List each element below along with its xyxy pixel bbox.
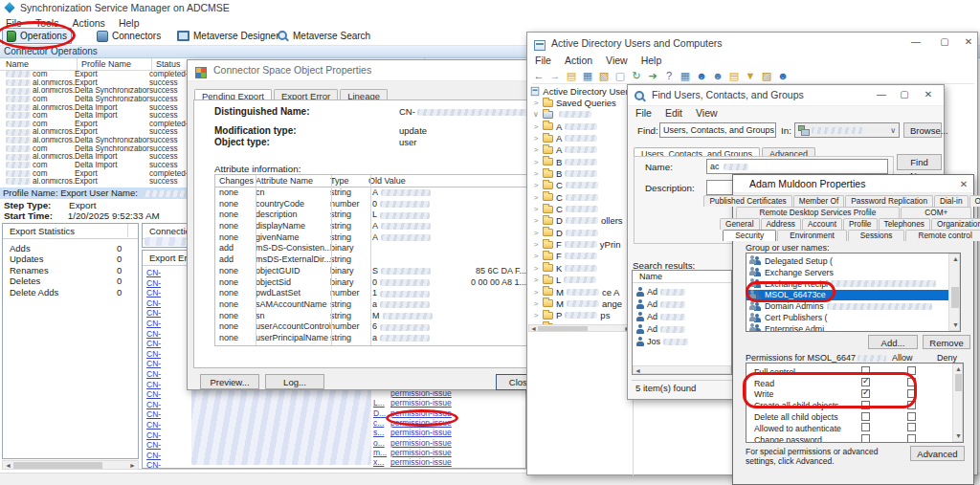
expander-icon[interactable]: >: [532, 99, 540, 107]
tab[interactable]: General: [720, 218, 760, 230]
tree-h-scrollbar[interactable]: ◄ ►: [528, 324, 633, 332]
deny-checkbox[interactable]: [907, 389, 916, 398]
browse-button[interactable]: Browse...: [903, 122, 942, 138]
expander-icon[interactable]: >: [532, 169, 540, 178]
tree-item[interactable]: > A: [528, 121, 633, 132]
tree-item[interactable]: > Saved Queries: [528, 97, 633, 108]
expander-icon[interactable]: >: [532, 158, 540, 166]
maximize-button[interactable]: ▢: [894, 85, 915, 104]
permission-issue-link[interactable]: permission-issue: [390, 448, 452, 457]
result-row[interactable]: Ad: [633, 323, 731, 336]
allow-checkbox[interactable]: [861, 366, 870, 375]
tree-item[interactable]: > B: [528, 156, 633, 167]
error-object-link[interactable]: D...: [373, 408, 387, 418]
name-input[interactable]: ac: [706, 159, 888, 174]
toolbar-icon[interactable]: →: [548, 70, 562, 81]
result-row[interactable]: Ad: [633, 298, 731, 311]
expander-icon[interactable]: >: [532, 122, 540, 131]
deny-checkbox[interactable]: [907, 366, 916, 375]
close-button[interactable]: ✕: [954, 175, 973, 193]
allow-checkbox[interactable]: [861, 434, 870, 443]
result-row[interactable]: Ad: [633, 311, 731, 323]
allow-checkbox[interactable]: [861, 412, 870, 421]
expander-icon[interactable]: >: [532, 240, 540, 249]
tab[interactable]: Dial-in: [934, 195, 969, 207]
group-list-item[interactable]: Domain Admins: [746, 300, 949, 312]
error-object-link[interactable]: L...: [373, 398, 387, 408]
toolbar-icon[interactable]: ▢: [613, 70, 627, 82]
groups-v-scrollbar[interactable]: ▲ ▼: [948, 254, 960, 331]
result-row[interactable]: Ad: [633, 286, 731, 298]
tree-root-item[interactable]: Active Directory Users and: [528, 85, 633, 97]
tree-item[interactable]: > P ps: [528, 310, 633, 321]
tab[interactable]: Sessions: [848, 230, 905, 241]
minimize-button[interactable]: —: [871, 85, 892, 104]
tab[interactable]: Account: [802, 218, 842, 230]
expander-icon[interactable]: >: [532, 229, 540, 237]
toolbar-icon[interactable]: ←: [532, 70, 546, 81]
tab[interactable]: Telephones: [879, 218, 930, 230]
permissions-v-scrollbar[interactable]: ▲ ▼: [952, 364, 963, 442]
expander-icon[interactable]: >: [532, 216, 540, 225]
expander-icon[interactable]: >: [532, 299, 540, 308]
operations-button[interactable]: Operations: [2, 28, 72, 44]
tree-item[interactable]: > A: [528, 132, 633, 143]
aduc-titlebar[interactable]: Active Directory Users and Computers — ▢…: [527, 33, 977, 54]
group-list-item[interactable]: Enterprise Admi: [746, 323, 949, 332]
expander-icon[interactable]: >: [532, 288, 540, 297]
tree-item[interactable]: > A: [528, 144, 633, 156]
toolbar-icon[interactable]: ?: [662, 70, 676, 81]
minimize-button[interactable]: —: [903, 33, 928, 52]
column-header-profile[interactable]: Profile Name: [81, 59, 131, 69]
stats-h-scrollbar[interactable]: ◄ ►: [2, 460, 139, 470]
deny-checkbox[interactable]: [907, 423, 916, 431]
toolbar-icon[interactable]: ↻: [630, 70, 643, 82]
find-now-button[interactable]: Find Now: [897, 154, 942, 170]
deny-checkbox[interactable]: [907, 434, 916, 443]
remove-button[interactable]: Remove: [923, 335, 970, 349]
tree-item[interactable]: > F yPrin: [528, 238, 633, 250]
expander-icon[interactable]: >: [532, 276, 540, 284]
menu-item[interactable]: Edit: [659, 106, 690, 121]
toolbar-icon[interactable]: ▦: [679, 70, 692, 82]
tab[interactable]: Address: [761, 218, 801, 230]
preview-button[interactable]: Preview...: [200, 374, 259, 389]
menu-item[interactable]: File: [630, 106, 659, 121]
results-h-scrollbar[interactable]: ◄: [633, 365, 731, 374]
permission-issue-link[interactable]: permission-issue: [390, 457, 452, 467]
menu-item[interactable]: Help: [635, 54, 670, 68]
expander-icon[interactable]: ∨: [532, 110, 540, 119]
tab[interactable]: Environment: [777, 230, 847, 241]
deny-checkbox[interactable]: [907, 378, 916, 386]
group-list-item[interactable]: Exchange Recipi: [746, 278, 949, 290]
menu-item[interactable]: Action: [559, 54, 600, 68]
permission-issue-link[interactable]: permission-issue: [390, 408, 452, 418]
error-object-link[interactable]: m...: [373, 448, 387, 457]
expander-icon[interactable]: >: [532, 181, 540, 189]
tree-item[interactable]: > M ce A: [528, 286, 633, 298]
expander-icon[interactable]: >: [532, 145, 540, 154]
toolbar-icon[interactable]: ▨: [760, 70, 773, 82]
tree-item[interactable]: > M ange: [528, 298, 633, 309]
advanced-button[interactable]: Advanced: [910, 446, 965, 461]
group-list-item[interactable]: Cert Publishers (: [746, 312, 949, 323]
tree-item[interactable]: > L: [528, 275, 633, 286]
menu-item[interactable]: File: [529, 54, 559, 68]
results-column-header[interactable]: Name: [633, 271, 731, 283]
close-button[interactable]: ✕: [917, 85, 940, 104]
tree-item[interactable]: > D ollers: [528, 215, 633, 227]
tab[interactable]: Member Of: [793, 195, 845, 207]
tree-item[interactable]: > C: [528, 203, 633, 214]
tab[interactable]: Remote Desktop Services Profile: [736, 207, 901, 218]
toolbar-icon[interactable]: ☻: [695, 70, 708, 81]
expander-icon[interactable]: >: [532, 205, 540, 213]
toolbar-icon[interactable]: ▤: [565, 70, 578, 82]
allow-checkbox[interactable]: [861, 401, 870, 409]
error-object-link[interactable]: o...: [373, 438, 387, 448]
tree-item[interactable]: > F: [528, 251, 633, 262]
find-titlebar[interactable]: Find Users, Contacts, and Groups — ▢ ✕: [628, 85, 944, 106]
group-list-item[interactable]: Exchange Servers: [746, 267, 949, 278]
tab[interactable]: Organization: [931, 218, 980, 230]
add-button[interactable]: Add...: [868, 335, 918, 349]
close-button[interactable]: ✕: [959, 33, 978, 52]
